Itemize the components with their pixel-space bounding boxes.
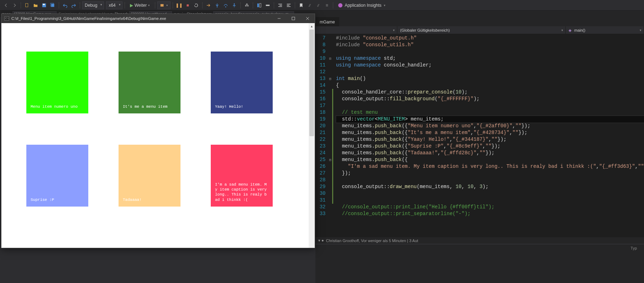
nav-back-icon[interactable] — [2, 1, 10, 9]
line-number: 33 — [315, 210, 328, 217]
redo-icon[interactable] — [70, 1, 78, 9]
open-file-icon[interactable] — [32, 1, 40, 9]
close-button[interactable] — [300, 14, 315, 23]
code-line[interactable]: menu_items.push_back({"It's me a menu it… — [336, 129, 644, 136]
code-line[interactable]: using namespace std; — [336, 55, 644, 62]
menu-tile[interactable]: Tadaaaa! — [119, 145, 180, 207]
code-line[interactable] — [336, 48, 644, 55]
menu-tile[interactable]: Suprise :P — [26, 145, 88, 207]
code-line[interactable]: console_output::draw_menu(menu_items, 10… — [336, 183, 644, 190]
code-line[interactable]: console_handler_core::prepare_console(10… — [336, 89, 644, 96]
menu-tile[interactable]: I'm a sad menu item. My item caption is … — [211, 145, 273, 207]
fold-toggle — [328, 102, 332, 109]
scroll-up-icon[interactable]: ▴ — [309, 23, 315, 29]
app-scrollbar[interactable]: ▴ — [309, 23, 315, 248]
scope-combo[interactable]: (Globaler Gültigkeitsbereich) — [397, 26, 566, 34]
config-combo[interactable]: Debug — [82, 1, 104, 9]
save-icon[interactable] — [40, 1, 48, 9]
step-into-icon[interactable] — [213, 1, 221, 9]
line-number: 19 — [315, 116, 328, 123]
fold-toggle — [328, 35, 332, 42]
code-line[interactable]: //console_output::print_line("Hello {#ff… — [336, 204, 644, 210]
code-content[interactable]: #include "console_output.h"#include "con… — [333, 34, 644, 237]
file-tab[interactable]: mGame — [315, 17, 339, 26]
line-number: 32 — [315, 204, 328, 210]
minimize-button[interactable] — [272, 14, 286, 23]
main-toolbar: Debug x64 ▶ Weiter ▾ ▾ ❚❚ ■ ⁂ ⫽ ⫽ ≡ Appl… — [0, 0, 644, 11]
code-line[interactable]: #include "console_output.h" — [336, 35, 644, 42]
app-titlebar[interactable]: C:\ C:\#_Files\1_Programming\3_GitHub\Ni… — [1, 14, 315, 23]
continue-button[interactable]: ▶ Weiter ▾ — [127, 1, 153, 9]
code-line[interactable]: menu_items.push_back({"Suprise :P","{_#8… — [336, 143, 644, 150]
code-line[interactable]: // test menu — [336, 109, 644, 116]
window-layout-icon[interactable] — [255, 1, 263, 9]
code-line[interactable]: menu_items.push_back({"Menu item numero … — [336, 123, 644, 129]
menu-tile[interactable]: It's me a menu item — [119, 52, 180, 113]
menu-tile[interactable]: Menu item numero uno — [26, 52, 88, 113]
code-line[interactable] — [336, 177, 644, 183]
save-all-icon[interactable] — [49, 1, 57, 9]
pause-icon[interactable]: ❚❚ — [175, 1, 183, 9]
fold-toggle[interactable]: ⊟ — [328, 156, 332, 163]
app-insights-button[interactable]: Application Insights ▾ — [335, 1, 388, 9]
svg-rect-0 — [26, 3, 28, 7]
line-number: 20 — [315, 123, 328, 129]
project-scope-combo[interactable] — [315, 26, 397, 34]
stop-icon[interactable]: ■ — [184, 1, 192, 9]
fold-toggle — [328, 48, 332, 55]
restart-icon[interactable] — [192, 1, 200, 9]
line-number: 30 — [315, 190, 328, 197]
outdent-icon[interactable] — [285, 1, 293, 9]
menu-tile[interactable]: Yaay! Hello! — [211, 52, 273, 113]
indent-icon[interactable] — [276, 1, 284, 9]
fold-toggle[interactable]: ⊟ — [328, 75, 332, 82]
code-line[interactable]: menu_items.push_back({"Yaay! Hello!","{_… — [336, 136, 644, 143]
line-number: 26 — [315, 163, 328, 170]
separator — [21, 2, 21, 9]
line-number: 22 — [315, 136, 328, 143]
hex-icon[interactable]: ⁂ — [243, 1, 251, 9]
scroll-thumb[interactable] — [309, 30, 314, 136]
menu-grid: Menu item numero unoIt's me a menu itemY… — [1, 23, 315, 235]
svg-rect-14 — [292, 17, 295, 20]
code-line[interactable]: //console_output::print_separatorline("-… — [336, 210, 644, 217]
step-out-icon[interactable] — [230, 1, 238, 9]
bookmark-icon[interactable] — [297, 1, 305, 9]
code-line[interactable]: }); — [336, 170, 644, 177]
format-icon[interactable]: ≡ — [323, 1, 331, 9]
code-line[interactable] — [336, 190, 644, 197]
fold-toggle — [328, 42, 332, 48]
output-column-header[interactable]: Typ — [630, 246, 637, 250]
nav-fwd-icon[interactable] — [11, 1, 19, 9]
uncomment-icon[interactable]: ⫽ — [314, 1, 322, 9]
code-line[interactable]: menu_items.push_back({"Tadaaaa!","{_#ffd… — [336, 150, 644, 156]
code-line[interactable]: #include "console_utils.h" — [336, 42, 644, 48]
line-number: 14 — [315, 82, 328, 89]
code-line[interactable]: using namespace console_handler; — [336, 62, 644, 69]
codelens-blame[interactable]: ▾ ● Christian Groothoff, Vor weniger als… — [315, 237, 644, 244]
code-line[interactable]: menu_items.push_back({ — [336, 156, 644, 163]
step-over-icon[interactable] — [222, 1, 230, 9]
code-line[interactable]: { — [336, 82, 644, 89]
code-line[interactable] — [336, 69, 644, 75]
fold-toggle[interactable]: ⊟ — [328, 55, 332, 62]
code-line[interactable]: console_output::fill_background("{_#FFFF… — [336, 96, 644, 102]
code-line[interactable] — [336, 197, 644, 204]
platform-combo[interactable]: x64 — [106, 1, 122, 9]
new-file-icon[interactable] — [23, 1, 31, 9]
code-line[interactable]: "I'm a sad menu item. My item caption is… — [336, 163, 644, 170]
undo-icon[interactable] — [61, 1, 69, 9]
attach-combo[interactable]: ▾ — [157, 1, 171, 9]
maximize-button[interactable] — [286, 14, 300, 23]
code-line[interactable]: std::vector<MENU_ITEM> menu_items; — [336, 116, 644, 123]
member-combo[interactable]: ◈ main() — [566, 26, 644, 34]
code-line[interactable] — [336, 102, 644, 109]
toggle-icon[interactable] — [264, 1, 272, 9]
fold-toggle — [328, 62, 332, 69]
code-line[interactable]: int main() — [336, 75, 644, 82]
comment-icon[interactable]: ⫽ — [306, 1, 314, 9]
output-panel: Typ — [315, 244, 644, 283]
fold-gutter[interactable]: ⊟⊟⊟ — [328, 34, 332, 237]
code-editor[interactable]: 7891011121314151617181920212223242526272… — [315, 34, 644, 237]
show-next-icon[interactable] — [205, 1, 213, 9]
